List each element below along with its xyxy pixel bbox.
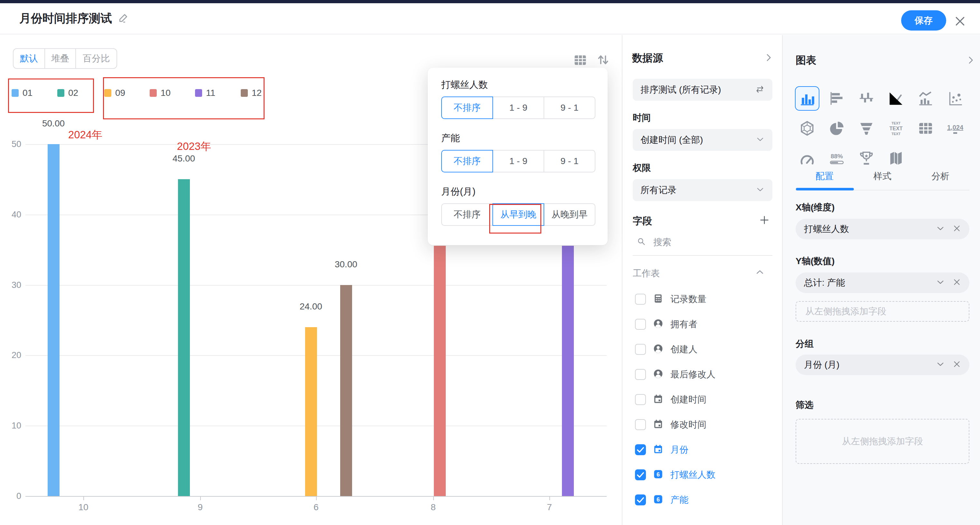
config-tab-配置[interactable]: 配置 (795, 170, 854, 182)
close-icon[interactable] (953, 14, 967, 29)
legend-swatch-01[interactable] (11, 89, 19, 97)
chart-type-bar-chart[interactable] (824, 86, 849, 111)
checkbox-unchecked[interactable] (635, 294, 646, 305)
collapse-chart-panel-icon[interactable] (966, 55, 976, 67)
chart-type-scatter-chart[interactable] (943, 86, 967, 111)
sort-option-9 - 1[interactable]: 9 - 1 (544, 97, 595, 119)
field-row-记录数量[interactable]: 记录数量 (632, 287, 773, 312)
edit-title-icon[interactable] (118, 13, 129, 25)
chevron-down-icon[interactable] (936, 224, 945, 234)
chart-type-column-chart-selected[interactable] (795, 86, 819, 111)
config-tabs: 配置样式分析 (795, 170, 969, 182)
bar-month-11[interactable] (562, 246, 574, 496)
remove-field-icon[interactable] (953, 278, 961, 288)
x-axis-field-pill[interactable]: 打螺丝人数 (795, 219, 969, 240)
legend-swatch-09[interactable] (104, 89, 111, 97)
y-axis-label: Y轴(数值) (795, 255, 835, 267)
sort-option-不排序[interactable]: 不排序 (441, 203, 493, 226)
field-row-创建人[interactable]: 创建人 (632, 337, 773, 362)
legend-label-10[interactable]: 10 (161, 88, 170, 98)
bar-month-10[interactable] (434, 246, 446, 496)
chart-type-pie-chart[interactable] (824, 116, 849, 141)
field-row-打螺丝人数[interactable]: 6打螺丝人数 (632, 462, 773, 487)
y-axis-drop-zone[interactable]: 从左侧拖拽添加字段 (795, 301, 969, 322)
time-section-label: 时间 (633, 112, 651, 124)
checkbox-checked[interactable] (635, 469, 646, 480)
field-row-产能[interactable]: 6产能 (632, 487, 773, 512)
chart-type-combo-chart[interactable] (913, 86, 938, 111)
checkbox-unchecked[interactable] (635, 319, 646, 330)
field-row-拥有者[interactable]: 拥有者 (632, 312, 773, 337)
field-row-最后修改人[interactable]: 最后修改人 (632, 362, 773, 387)
legend-swatch-11[interactable] (195, 89, 202, 97)
sort-option-9 - 1[interactable]: 9 - 1 (544, 150, 595, 173)
add-field-icon[interactable] (759, 214, 770, 227)
group-field-pill[interactable]: 月份 (月) (795, 355, 969, 375)
remove-field-icon[interactable] (953, 224, 961, 234)
legend-label-02[interactable]: 02 (68, 88, 78, 98)
chart-type-bidirectional-bar-chart[interactable] (854, 86, 879, 111)
chart-type-number-chart[interactable]: 1,024 (943, 116, 967, 141)
chart-type-map-chart[interactable] (884, 146, 908, 170)
bar-month-02[interactable] (178, 179, 190, 496)
checkbox-unchecked[interactable] (635, 394, 646, 405)
legend-swatch-12[interactable] (241, 89, 248, 97)
chart-type-gauge-chart[interactable] (795, 146, 819, 170)
mode-tab-1[interactable]: 默认 (14, 49, 45, 68)
mode-tab-3[interactable]: 百分比 (75, 49, 116, 68)
legend-label-12[interactable]: 12 (252, 88, 262, 98)
remove-field-icon[interactable] (953, 360, 961, 370)
field-row-创建时间[interactable]: 创建时间 (632, 387, 773, 412)
chart-type-line-chart[interactable] (884, 86, 908, 111)
bar-month-09[interactable] (305, 327, 317, 496)
chart-type-radar-chart[interactable] (795, 116, 819, 141)
chart-area: 默认堆叠百分比 010209101112 0102030405010968750… (0, 35, 622, 525)
legend-label-09[interactable]: 09 (115, 88, 125, 98)
bar-month-12[interactable] (340, 285, 352, 496)
checkbox-checked[interactable] (635, 495, 646, 505)
y-axis-field-pill[interactable]: 总计: 产能 (795, 273, 969, 293)
config-tab-分析[interactable]: 分析 (912, 170, 969, 182)
collapse-datasource-icon[interactable] (764, 52, 774, 64)
chevron-up-icon[interactable] (755, 267, 765, 278)
bar-month-01[interactable] (48, 144, 60, 496)
checkbox-unchecked[interactable] (635, 369, 646, 380)
datasource-select[interactable]: 排序测试 (所有记录) (633, 79, 772, 101)
permission-select[interactable]: 所有记录 (633, 179, 772, 201)
field-search-input[interactable]: 搜索 (633, 234, 772, 251)
time-range-select[interactable]: 创建时间 (全部) (633, 129, 772, 151)
sort-option-1 - 9[interactable]: 1 - 9 (492, 150, 544, 173)
y-axis-tick-label: 0 (3, 491, 21, 501)
chevron-down-icon[interactable] (936, 278, 945, 288)
data-table-icon[interactable] (573, 53, 587, 68)
legend-swatch-02[interactable] (57, 89, 64, 97)
chevron-down-icon[interactable] (936, 360, 945, 370)
sort-option-从早到晚[interactable]: 从早到晚 (492, 203, 544, 226)
filter-drop-zone[interactable]: 从左侧拖拽添加字段 (795, 419, 969, 464)
mode-tab-2[interactable]: 堆叠 (45, 49, 75, 68)
sort-option-从晚到早[interactable]: 从晚到早 (544, 203, 595, 226)
field-name: 产能 (670, 494, 689, 506)
sort-option-不排序[interactable]: 不排序 (441, 150, 493, 173)
field-row-修改时间[interactable]: 修改时间 (632, 412, 773, 437)
chart-type-text-chart[interactable]: TEXTTEXTTEXT (884, 116, 908, 141)
checkbox-unchecked[interactable] (635, 344, 646, 355)
checkbox-checked[interactable] (635, 444, 646, 455)
sort-icon[interactable] (596, 52, 610, 68)
sort-option-不排序[interactable]: 不排序 (441, 97, 493, 119)
chart-type-table-chart[interactable] (913, 116, 938, 141)
bar-value-label: 50.00 (32, 118, 74, 128)
chart-type-percent-chart[interactable]: 88% (824, 146, 849, 170)
checkbox-unchecked[interactable] (635, 419, 646, 430)
chart-type-trophy-chart[interactable] (854, 146, 879, 170)
chart-type-funnel-chart[interactable] (854, 116, 879, 141)
field-name: 创建人 (670, 343, 697, 355)
swap-datasource-icon (755, 84, 765, 95)
config-tab-样式[interactable]: 样式 (854, 170, 912, 182)
legend-label-01[interactable]: 01 (22, 88, 32, 98)
save-button[interactable]: 保存 (901, 10, 946, 30)
legend-swatch-10[interactable] (150, 89, 157, 97)
sort-option-1 - 9[interactable]: 1 - 9 (492, 97, 544, 119)
legend-label-11[interactable]: 11 (206, 88, 215, 98)
field-row-月份[interactable]: 月份 (632, 437, 773, 462)
